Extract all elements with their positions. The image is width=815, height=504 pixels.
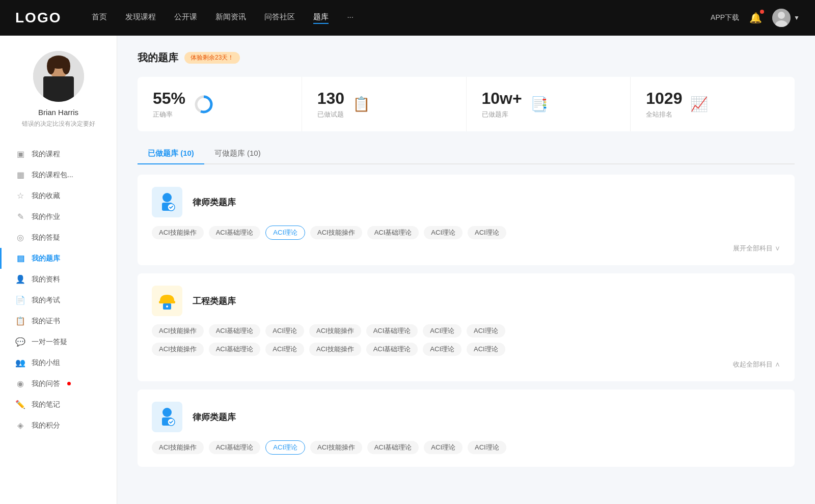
sidebar-item-my-group[interactable]: 👥 我的小组 <box>0 352 117 373</box>
sidebar-item-label: 我的收藏 <box>32 191 60 201</box>
qbank-card-3: 律师类题库 ACI技能操作 ACI基础理论 ACI理论 ACI技能操作 ACI基… <box>138 389 795 467</box>
tag[interactable]: ACI技能操作 <box>310 226 362 239</box>
star-icon: ☆ <box>15 191 25 201</box>
tab-done-banks[interactable]: 已做题库 (10) <box>138 144 204 163</box>
qbank-card-header-1: 律师类题库 <box>152 187 780 217</box>
tag[interactable]: ACI理论 <box>424 226 463 239</box>
nav-item-qa[interactable]: 问答社区 <box>264 12 295 24</box>
svg-point-20 <box>166 305 168 307</box>
user-avatar-menu[interactable]: ▼ <box>772 9 800 27</box>
edit-icon: ✎ <box>15 212 25 221</box>
sidebar-item-my-qa[interactable]: ◎ 我的答疑 <box>0 227 117 248</box>
tag[interactable]: ACI技能操作 <box>309 324 361 338</box>
tags-row-1: ACI技能操作 ACI基础理论 ACI理论 ACI技能操作 ACI基础理论 AC… <box>152 226 780 240</box>
logo: LOGO <box>15 10 61 26</box>
sidebar-item-my-points[interactable]: ◈ 我的积分 <box>0 415 117 436</box>
sidebar-item-label: 我的证书 <box>32 317 60 326</box>
tags-row-3: ACI技能操作 ACI基础理论 ACI理论 ACI技能操作 ACI基础理论 AC… <box>152 440 780 455</box>
nav-item-more[interactable]: ··· <box>347 12 354 24</box>
tag[interactable]: ACI基础理论 <box>209 324 261 338</box>
sidebar-item-my-qna[interactable]: ◉ 我的问答 <box>0 373 117 394</box>
qbank-title-3: 律师类题库 <box>193 411 236 423</box>
nav-menu: 首页 发现课程 公开课 新闻资讯 问答社区 题库 ··· <box>92 12 711 24</box>
tag[interactable]: ACI基础理论 <box>209 343 261 356</box>
tag[interactable]: ACI理论 <box>424 441 463 454</box>
stat-label-correct-rate: 正确率 <box>153 110 185 119</box>
tag[interactable]: ACI基础理论 <box>367 226 419 239</box>
sidebar-item-label: 我的笔记 <box>32 400 60 409</box>
list-icon: 📋 <box>352 96 370 113</box>
tag[interactable]: ACI技能操作 <box>152 343 204 356</box>
sidebar-item-my-course-pkg[interactable]: ▦ 我的课程包... <box>0 164 117 185</box>
stat-correct-rate: 55% 正确率 <box>138 77 302 131</box>
qbank-card-1: 律师类题库 ACI技能操作 ACI基础理论 ACI理论 ACI技能操作 ACI基… <box>138 175 795 265</box>
qbank-card-header-2: 工程类题库 <box>152 286 780 316</box>
tag[interactable]: ACI理论 <box>265 343 304 356</box>
stat-value-banks: 10w+ <box>482 89 522 108</box>
app-download-link[interactable]: APP下载 <box>711 13 739 22</box>
qbank-icon: ▤ <box>15 254 25 263</box>
nav-item-home[interactable]: 首页 <box>92 12 107 24</box>
tag[interactable]: ACI理论 <box>468 441 506 454</box>
qbank-card-header-3: 律师类题库 <box>152 402 780 432</box>
cert-icon: 📋 <box>15 316 25 326</box>
tag[interactable]: ACI基础理论 <box>209 441 261 454</box>
svg-point-21 <box>162 408 172 417</box>
tag[interactable]: ACI技能操作 <box>152 324 204 338</box>
notification-badge <box>760 10 764 14</box>
tag[interactable]: ACI基础理论 <box>367 441 419 454</box>
collapse-link-2[interactable]: 收起全部科目 ∧ <box>152 360 780 369</box>
tag-active[interactable]: ACI理论 <box>265 440 305 455</box>
stat-label-done: 已做试题 <box>317 110 344 119</box>
sidebar-item-label: 我的题库 <box>32 254 60 263</box>
svg-point-1 <box>778 12 785 19</box>
tag[interactable]: ACI基础理论 <box>366 343 418 356</box>
sidebar-item-my-notes[interactable]: ✏️ 我的笔记 <box>0 394 117 415</box>
tag[interactable]: ACI理论 <box>423 324 461 338</box>
stat-label-banks: 已做题库 <box>482 110 522 119</box>
tag[interactable]: ACI理论 <box>468 226 506 239</box>
sidebar-item-my-fav[interactable]: ☆ 我的收藏 <box>0 185 117 206</box>
sidebar-avatar <box>33 51 84 102</box>
document-icon: ▣ <box>15 149 25 159</box>
stat-rank: 1029 全站排名 📈 <box>631 77 795 131</box>
expand-link-1[interactable]: 展开全部科目 ∨ <box>152 244 780 253</box>
tag[interactable]: ACI理论 <box>423 343 461 356</box>
svg-rect-9 <box>43 76 74 97</box>
nav-item-discover[interactable]: 发现课程 <box>125 12 156 24</box>
sidebar-item-one-on-one[interactable]: 💬 一对一答疑 <box>0 331 117 352</box>
sidebar-item-label: 一对一答疑 <box>32 338 67 347</box>
qbank-lawyer-icon-1 <box>152 187 182 217</box>
sidebar-item-my-homework[interactable]: ✎ 我的作业 <box>0 206 117 227</box>
nav-item-open-course[interactable]: 公开课 <box>174 12 197 24</box>
nav-item-news[interactable]: 新闻资讯 <box>215 12 246 24</box>
tag[interactable]: ACI技能操作 <box>310 441 362 454</box>
sidebar-item-my-qbank[interactable]: ▤ 我的题库 <box>0 248 117 269</box>
sidebar-item-label: 我的问答 <box>32 379 60 388</box>
notification-bell[interactable]: 🔔 <box>749 12 762 24</box>
sidebar-item-my-course[interactable]: ▣ 我的课程 <box>0 144 117 164</box>
tag[interactable]: ACI技能操作 <box>152 441 204 454</box>
stat-value-done: 130 <box>317 89 344 108</box>
question-icon: ◎ <box>15 233 25 242</box>
group-icon: 👥 <box>15 358 25 368</box>
sidebar-item-my-cert[interactable]: 📋 我的证书 <box>0 311 117 331</box>
tag[interactable]: ACI技能操作 <box>152 226 204 239</box>
chat-icon: 💬 <box>15 337 25 347</box>
tag[interactable]: ACI基础理论 <box>366 324 418 338</box>
sidebar-item-my-exam[interactable]: 📄 我的考试 <box>0 290 117 311</box>
tag[interactable]: ACI理论 <box>265 324 304 338</box>
nav-item-qbank[interactable]: 题库 <box>313 12 329 24</box>
tab-available-banks[interactable]: 可做题库 (10) <box>204 144 271 163</box>
tag[interactable]: ACI理论 <box>467 343 505 356</box>
qbank-engineer-icon <box>152 286 182 316</box>
tag[interactable]: ACI理论 <box>467 324 505 338</box>
sidebar-motto: 错误的决定比没有决定要好 <box>22 120 95 128</box>
svg-point-15 <box>162 193 172 202</box>
tag-active[interactable]: ACI理论 <box>265 226 305 240</box>
tag[interactable]: ACI技能操作 <box>309 343 361 356</box>
sidebar-item-my-profile[interactable]: 👤 我的资料 <box>0 269 117 290</box>
tag[interactable]: ACI基础理论 <box>209 226 261 239</box>
qbank-title-1: 律师类题库 <box>193 197 236 208</box>
sidebar-item-label: 我的作业 <box>32 212 60 221</box>
